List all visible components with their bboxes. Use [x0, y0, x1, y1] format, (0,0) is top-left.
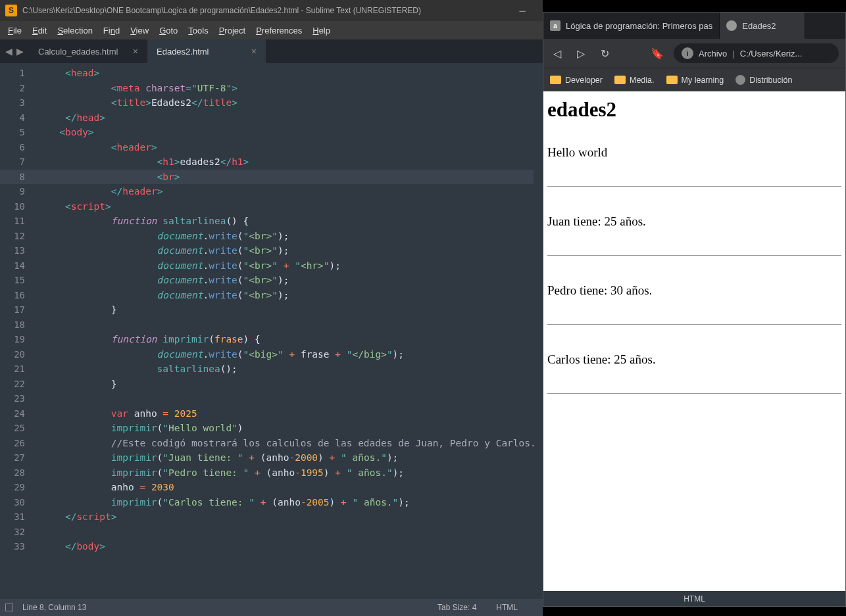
page-content: edades2 Hello worldJuan tiene: 25 años.P… — [543, 91, 845, 591]
status-cursor: Line 8, Column 13 — [22, 603, 86, 612]
close-icon[interactable]: × — [133, 46, 138, 57]
browser-tab-label: Lógica de programación: Primeros pas — [566, 21, 712, 31]
tab-label: Calculo_edades.html — [38, 47, 118, 57]
url-path: C:/Users/Keriz... — [740, 49, 803, 59]
page-line: Carlos tiene: 25 años. — [547, 352, 656, 366]
status-toggle-icon[interactable] — [5, 604, 13, 611]
url-scheme: Archivo — [699, 49, 727, 59]
editor-tab[interactable]: Edades2.html× — [147, 39, 266, 63]
browser-tab[interactable]: aLógica de programación: Primeros pas — [543, 12, 720, 39]
browser-status: HTML — [543, 591, 845, 606]
menu-view[interactable]: View — [125, 23, 154, 38]
sublime-logo-icon: S — [5, 5, 17, 16]
address-bar: ◁ ▷ ↻ 🔖 i Archivo | C:/Users/Keriz... — [543, 39, 845, 68]
bookmark-label: Distribución — [749, 76, 792, 85]
bookmark-item[interactable]: Media. — [614, 76, 655, 85]
browser-tab-bar: aLógica de programación: Primeros pasEda… — [543, 12, 845, 39]
window-title: C:\Users\Keriz\Desktop\ONE Bootcamp\Logi… — [22, 6, 507, 15]
bookmark-label: Developer — [565, 76, 603, 85]
editor-tab[interactable]: Calculo_edades.html× — [29, 39, 147, 63]
menu-edit[interactable]: Edit — [27, 23, 52, 38]
close-icon[interactable]: × — [251, 46, 257, 57]
globe-icon — [735, 75, 745, 85]
bookmark-label: Media. — [630, 76, 655, 85]
site-icon: a — [550, 20, 560, 31]
bookmark-icon[interactable]: 🔖 — [650, 46, 664, 60]
reload-button[interactable]: ↻ — [597, 46, 612, 60]
site-info-icon[interactable]: i — [682, 47, 693, 59]
page-line: Pedro tiene: 30 años. — [547, 283, 652, 297]
bookmarks-bar: DeveloperMedia.My learningDistribución — [543, 68, 845, 91]
page-line: Hello world — [547, 145, 607, 159]
page-heading: edades2 — [547, 98, 841, 122]
folder-icon — [666, 76, 678, 84]
browser-tab-label: Edades2 — [742, 21, 776, 31]
bookmark-item[interactable]: My learning — [666, 76, 724, 85]
menu-file[interactable]: File — [3, 23, 27, 38]
minimize-button[interactable]: ─ — [507, 1, 537, 20]
bookmark-item[interactable]: Distribución — [735, 75, 792, 85]
folder-icon — [550, 76, 561, 84]
bookmark-item[interactable]: Developer — [550, 76, 603, 85]
menu-project[interactable]: Project — [214, 23, 251, 38]
tab-nav-left-icon[interactable]: ◀ — [5, 46, 12, 57]
status-tab-size[interactable]: Tab Size: 4 — [437, 603, 476, 612]
minimap[interactable] — [534, 63, 543, 599]
tab-nav-right-icon[interactable]: ▶ — [16, 46, 24, 57]
menu-preferences[interactable]: Preferences — [251, 23, 307, 38]
code-area[interactable]: 1234567891011121314151617181920212223242… — [0, 63, 543, 599]
menu-help[interactable]: Help — [307, 23, 336, 38]
menu-selection[interactable]: Selection — [52, 23, 97, 38]
status-bar: Line 8, Column 13 Tab Size: 4 HTML — [0, 599, 543, 616]
menu-goto[interactable]: Goto — [154, 23, 183, 38]
url-input[interactable]: i Archivo | C:/Users/Keriz... — [674, 43, 839, 63]
code-content[interactable]: <head> <meta charset="UTF-8"> <title>Eda… — [33, 63, 534, 599]
menu-tools[interactable]: Tools — [183, 23, 213, 38]
menu-bar: FileEditSelectionFindViewGotoToolsProjec… — [0, 21, 543, 39]
back-button[interactable]: ◁ — [550, 46, 564, 60]
globe-icon — [726, 20, 737, 31]
sublime-window: S C:\Users\Keriz\Desktop\ONE Bootcamp\Lo… — [0, 0, 543, 616]
page-line: Juan tiene: 25 años. — [547, 214, 646, 228]
tab-nav-arrows[interactable]: ◀ ▶ — [0, 39, 29, 63]
browser-window: aLógica de programación: Primeros pasEda… — [543, 12, 846, 607]
browser-tab[interactable]: Edades2 — [720, 12, 805, 39]
bookmark-label: My learning — [682, 76, 724, 85]
tab-bar: ◀ ▶ Calculo_edades.html×Edades2.html× — [0, 39, 543, 63]
titlebar[interactable]: S C:\Users\Keriz\Desktop\ONE Bootcamp\Lo… — [0, 0, 543, 21]
status-language[interactable]: HTML — [496, 603, 518, 612]
line-gutter: 1234567891011121314151617181920212223242… — [0, 63, 33, 599]
menu-find[interactable]: Find — [98, 23, 125, 38]
tab-label: Edades2.html — [157, 47, 209, 57]
folder-icon — [614, 76, 626, 84]
forward-button[interactable]: ▷ — [574, 46, 588, 60]
